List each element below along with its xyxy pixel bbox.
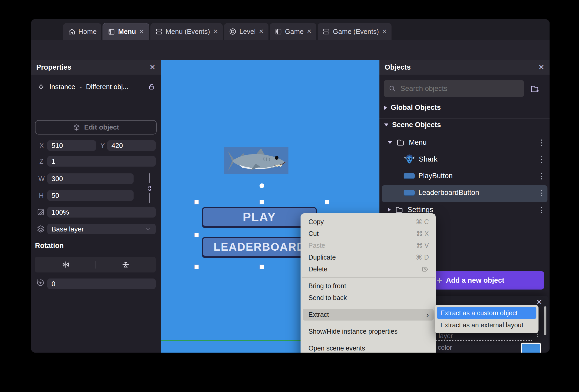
edit-object-button[interactable]: Edit object xyxy=(35,120,157,135)
menu-separator xyxy=(302,277,435,278)
rotate-handle[interactable] xyxy=(260,183,264,188)
tree-row-playbutton[interactable]: PlayButton ⋮ xyxy=(404,171,546,180)
tree-row-menu-folder[interactable]: Menu ⋮ xyxy=(388,138,546,147)
menu-item-delete[interactable]: Delete xyxy=(301,263,436,275)
properties-title: Properties xyxy=(36,63,72,71)
tab-menu[interactable]: Menu ✕ xyxy=(103,23,149,40)
tab-close-icon[interactable]: ✕ xyxy=(307,28,312,35)
leaderboard-button-label: LEADERBOARD xyxy=(214,241,305,253)
row-menu-icon[interactable]: ⋮ xyxy=(538,171,546,180)
edit-object-label: Edit object xyxy=(84,123,119,131)
scene-objects-header[interactable]: Scene Objects xyxy=(384,121,441,129)
search-box[interactable] xyxy=(384,80,524,97)
desktop: Home Menu ✕ Menu (Events) ✕ Level ✕ Game… xyxy=(0,0,579,392)
tab-game[interactable]: Game ✕ xyxy=(270,23,316,40)
folder-icon xyxy=(396,138,405,147)
menu-item-paste: Paste⌘ V xyxy=(301,240,436,251)
tree-row-shark[interactable]: Shark ⋮ xyxy=(404,153,546,165)
home-icon xyxy=(68,28,76,35)
rotation-input[interactable] xyxy=(47,278,156,289)
tab-bar: Home Menu ✕ Menu (Events) ✕ Level ✕ Game… xyxy=(31,19,550,40)
row-menu-icon[interactable]: ⋮ xyxy=(538,205,546,214)
tree-row-leaderboardbutton[interactable]: LeaderboardButton ⋮ xyxy=(404,188,546,197)
opacity-input[interactable] xyxy=(47,207,156,218)
menu-item-copy[interactable]: Copy⌘ C xyxy=(301,216,436,228)
tab-label: Game (Events) xyxy=(333,28,379,36)
main-toolbar: Preview Share xyxy=(31,40,550,60)
row-menu-icon[interactable]: ⋮ xyxy=(538,138,546,147)
tab-close-icon[interactable]: ✕ xyxy=(382,28,387,35)
tab-game-events[interactable]: Game (Events) ✕ xyxy=(318,23,392,40)
lock-open-icon[interactable] xyxy=(147,82,156,91)
height-input[interactable] xyxy=(47,190,134,201)
layers-icon xyxy=(36,224,45,233)
add-object-button[interactable]: Add a new object xyxy=(433,271,544,290)
button-object-icon xyxy=(404,190,415,196)
submenu-item-extract-external-layout[interactable]: Extract as an external layout xyxy=(437,319,536,331)
selection-handle[interactable] xyxy=(194,200,199,204)
selection-handle[interactable] xyxy=(325,200,329,204)
chevron-down-icon xyxy=(145,226,151,232)
flip-horizontal-icon[interactable] xyxy=(61,260,70,269)
link-dimensions-icon[interactable] xyxy=(146,184,154,192)
rotation-icon xyxy=(36,278,45,287)
shark-object-icon xyxy=(404,153,415,165)
layer-select[interactable]: Base layer xyxy=(47,224,156,234)
field-divider xyxy=(434,340,532,341)
menu-separator xyxy=(302,306,435,306)
tree-item-label: LeaderboardButton xyxy=(418,189,479,197)
color-swatch[interactable] xyxy=(521,343,541,353)
menu-item-send-to-back[interactable]: Send to back xyxy=(301,292,436,304)
menu-item-open-scene-events[interactable]: Open scene events xyxy=(301,342,436,353)
collapse-triangle-icon xyxy=(388,208,391,212)
tab-label: Home xyxy=(78,28,96,36)
tab-level[interactable]: Level ✕ xyxy=(224,23,268,40)
events-icon xyxy=(155,28,163,35)
selection-handle[interactable] xyxy=(194,265,199,269)
selection-handle[interactable] xyxy=(260,265,264,269)
width-label: W xyxy=(38,175,45,183)
tab-close-icon[interactable]: ✕ xyxy=(139,28,144,35)
gdevelop-window: Home Menu ✕ Menu (Events) ✕ Level ✕ Game… xyxy=(31,19,550,353)
submenu-arrow-icon: › xyxy=(426,310,429,319)
tab-close-icon[interactable]: ✕ xyxy=(259,28,263,35)
menu-item-bring-to-front[interactable]: Bring to front xyxy=(301,280,436,292)
instance-object-name: Different obj... xyxy=(86,83,128,91)
height-label: H xyxy=(39,192,44,199)
x-input[interactable] xyxy=(47,140,96,151)
selection-handle[interactable] xyxy=(194,233,199,237)
scrollbar-thumb[interactable] xyxy=(544,306,546,335)
close-icon[interactable]: ✕ xyxy=(538,63,544,71)
menu-item-cut[interactable]: Cut⌘ X xyxy=(301,228,436,240)
tab-close-icon[interactable]: ✕ xyxy=(213,28,218,35)
row-menu-icon[interactable]: ⋮ xyxy=(538,188,546,197)
layer-value: Base layer xyxy=(52,225,84,233)
expand-triangle-icon xyxy=(388,141,392,144)
menu-separator xyxy=(302,323,435,323)
submenu-item-extract-custom-object[interactable]: Extract as a custom object xyxy=(437,307,536,319)
extract-submenu: Extract as a custom object Extract as an… xyxy=(435,305,539,333)
add-folder-icon[interactable] xyxy=(529,84,540,94)
tree-row-settings-folder[interactable]: Settings ⋮ xyxy=(388,205,546,214)
width-input[interactable] xyxy=(47,173,134,184)
close-icon[interactable]: ✕ xyxy=(149,63,155,71)
tab-label: Game xyxy=(285,28,304,36)
tab-home[interactable]: Home xyxy=(63,23,101,40)
play-button-sprite[interactable]: PLAY xyxy=(202,207,317,228)
shark-sprite[interactable] xyxy=(224,147,288,174)
expand-triangle-icon xyxy=(384,123,388,126)
selection-handle[interactable] xyxy=(260,200,264,204)
tab-menu-events[interactable]: Menu (Events) ✕ xyxy=(150,23,223,40)
global-objects-label: Global Objects xyxy=(391,104,441,112)
tree-item-label: Shark xyxy=(419,155,438,163)
global-objects-header[interactable]: Global Objects xyxy=(384,104,441,112)
menu-item-show-hide-instance-properties[interactable]: Show/Hide instance properties xyxy=(301,326,436,337)
leaderboard-button-sprite[interactable]: LEADERBOARD xyxy=(202,237,317,258)
menu-item-duplicate[interactable]: Duplicate⌘ D xyxy=(301,251,436,263)
menu-item-extract[interactable]: Extract › xyxy=(303,309,434,321)
z-input[interactable] xyxy=(47,156,156,167)
search-input[interactable] xyxy=(400,84,516,93)
row-menu-icon[interactable]: ⋮ xyxy=(538,155,546,164)
y-input[interactable] xyxy=(107,140,156,151)
flip-vertical-icon[interactable] xyxy=(121,260,130,269)
